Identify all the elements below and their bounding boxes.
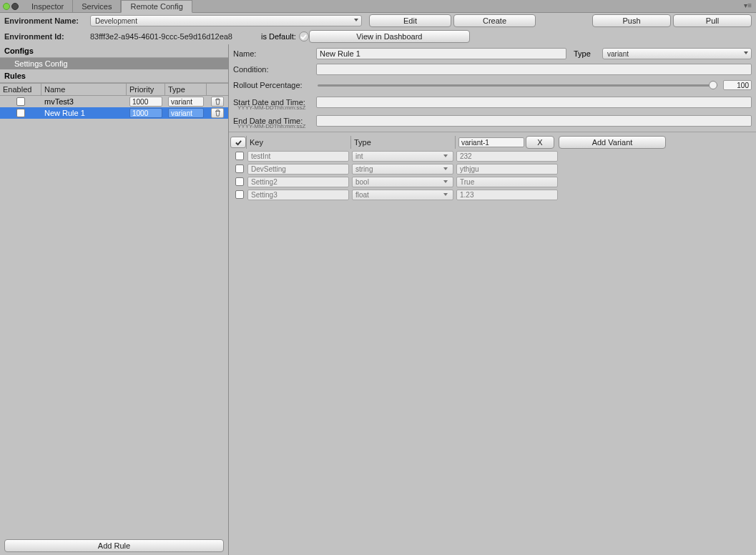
left-panel: Configs Settings Config Rules Enabled Na… bbox=[0, 44, 229, 555]
setting-enabled-checkbox[interactable] bbox=[235, 152, 244, 160]
detail-type-select[interactable]: variant bbox=[602, 48, 752, 59]
delete-rule-button[interactable] bbox=[211, 97, 224, 107]
config-settings-config[interactable]: Settings Config bbox=[0, 58, 228, 69]
setting-type-select[interactable] bbox=[352, 177, 453, 187]
setting-row bbox=[230, 188, 755, 201]
rule-row[interactable]: New Rule 1 bbox=[0, 107, 228, 119]
delete-rule-button[interactable] bbox=[211, 108, 224, 118]
date-format-hint: YYYY-MM-DDThh:mm:ssZ bbox=[237, 123, 305, 129]
edit-button[interactable]: Edit bbox=[369, 14, 451, 27]
setting-row bbox=[230, 162, 755, 175]
tab-menu-icon[interactable]: ▾≡ bbox=[744, 1, 752, 9]
variant-col-key: Key bbox=[246, 136, 350, 149]
rule-priority-input[interactable] bbox=[129, 97, 162, 107]
rules-col-type[interactable]: Type bbox=[165, 84, 207, 95]
rule-priority-input[interactable] bbox=[129, 108, 162, 118]
env-name-select-wrap: Development bbox=[90, 15, 362, 26]
env-name-label: Environment Name: bbox=[4, 16, 90, 25]
env-id-value: 83fff3e2-a945-4601-9ccc-5e9d16d12ea8 bbox=[90, 32, 232, 41]
variant-header: Key Type X Add Variant bbox=[230, 135, 755, 149]
is-default-label: is Default: bbox=[261, 32, 296, 41]
rule-name: mvTest3 bbox=[41, 96, 127, 107]
traffic-dark-icon bbox=[11, 3, 19, 10]
setting-key-input[interactable] bbox=[247, 151, 349, 162]
is-default-toggle[interactable] bbox=[299, 31, 309, 41]
remove-variant-button[interactable]: X bbox=[526, 136, 554, 149]
rollout-value-input[interactable] bbox=[723, 80, 752, 90]
rules-header: Enabled Name Priority Type bbox=[0, 83, 228, 96]
setting-row bbox=[230, 149, 755, 162]
variant-name-input[interactable] bbox=[458, 137, 524, 147]
create-button[interactable]: Create bbox=[453, 14, 536, 27]
setting-key-input[interactable] bbox=[247, 177, 349, 187]
setting-enabled-checkbox[interactable] bbox=[235, 190, 244, 199]
configs-section: Configs bbox=[0, 44, 228, 58]
trash-icon bbox=[215, 98, 221, 105]
setting-value-select[interactable] bbox=[456, 177, 558, 187]
setting-key-input[interactable] bbox=[247, 190, 349, 200]
tab-bar: Inspector Services Remote Config ▾≡ bbox=[0, 0, 756, 13]
view-in-dashboard-button[interactable]: View in Dashboard bbox=[309, 30, 470, 43]
setting-value-input[interactable] bbox=[456, 190, 558, 200]
check-icon bbox=[300, 34, 307, 40]
rule-name: New Rule 1 bbox=[41, 107, 127, 119]
env-name-select[interactable]: Development bbox=[90, 15, 362, 26]
traffic-green-icon bbox=[3, 3, 10, 10]
add-variant-button[interactable]: Add Variant bbox=[559, 136, 666, 149]
rule-type-input[interactable] bbox=[168, 97, 204, 107]
setting-type-select[interactable] bbox=[352, 164, 453, 175]
env-row: Environment Name: Development Edit Creat… bbox=[0, 13, 756, 29]
right-panel: Name: Type variant Condition: Rollout Pe… bbox=[229, 44, 756, 555]
rules-col-name[interactable]: Name bbox=[41, 84, 127, 95]
detail-start-input[interactable] bbox=[316, 97, 752, 108]
setting-type-select[interactable] bbox=[352, 151, 453, 162]
detail-end-input[interactable] bbox=[316, 115, 752, 127]
variant-col-variant: X bbox=[455, 136, 557, 149]
setting-enabled-checkbox[interactable] bbox=[235, 164, 244, 173]
env-id-row: Environment Id: 83fff3e2-a945-4601-9ccc-… bbox=[0, 29, 756, 44]
detail-condition-input[interactable] bbox=[316, 64, 752, 75]
tab-inspector[interactable]: Inspector bbox=[23, 0, 73, 12]
setting-type-select[interactable] bbox=[352, 190, 453, 200]
env-id-label: Environment Id: bbox=[4, 32, 90, 41]
rollout-slider[interactable] bbox=[318, 84, 717, 87]
detail-name-label: Name: bbox=[233, 49, 316, 58]
add-rule-button[interactable]: Add Rule bbox=[4, 539, 224, 552]
detail-rollout-label: Rollout Percentage: bbox=[233, 81, 316, 89]
pull-button[interactable]: Pull bbox=[673, 14, 752, 27]
rules-col-action bbox=[207, 84, 228, 95]
window-controls bbox=[0, 0, 23, 12]
detail-condition-label: Condition: bbox=[233, 65, 316, 74]
setting-row bbox=[230, 175, 755, 188]
tab-services[interactable]: Services bbox=[73, 0, 121, 12]
rules-col-priority[interactable]: Priority bbox=[127, 84, 165, 95]
rule-enabled-checkbox[interactable] bbox=[16, 97, 25, 106]
rules-col-enabled[interactable]: Enabled bbox=[0, 84, 41, 95]
rules-section: Rules bbox=[0, 69, 228, 83]
detail-name-input[interactable] bbox=[316, 48, 566, 59]
variant-col-type: Type bbox=[350, 136, 455, 149]
rule-row[interactable]: mvTest3 bbox=[0, 96, 228, 107]
rule-type-input[interactable] bbox=[168, 108, 204, 118]
trash-icon bbox=[215, 109, 221, 117]
setting-enabled-checkbox[interactable] bbox=[235, 177, 244, 186]
setting-value-input[interactable] bbox=[456, 151, 558, 162]
tab-remote-config[interactable]: Remote Config bbox=[121, 0, 192, 13]
push-button[interactable]: Push bbox=[592, 14, 671, 27]
setting-value-input[interactable] bbox=[456, 164, 558, 175]
check-icon bbox=[235, 139, 242, 146]
rule-enabled-checkbox[interactable] bbox=[16, 109, 25, 117]
setting-key-input[interactable] bbox=[247, 164, 349, 175]
select-all-checkbox[interactable] bbox=[230, 137, 246, 148]
detail-type-label: Type bbox=[574, 49, 602, 58]
date-format-hint: YYYY-MM-DDThh:mm:ssZ bbox=[237, 104, 305, 111]
